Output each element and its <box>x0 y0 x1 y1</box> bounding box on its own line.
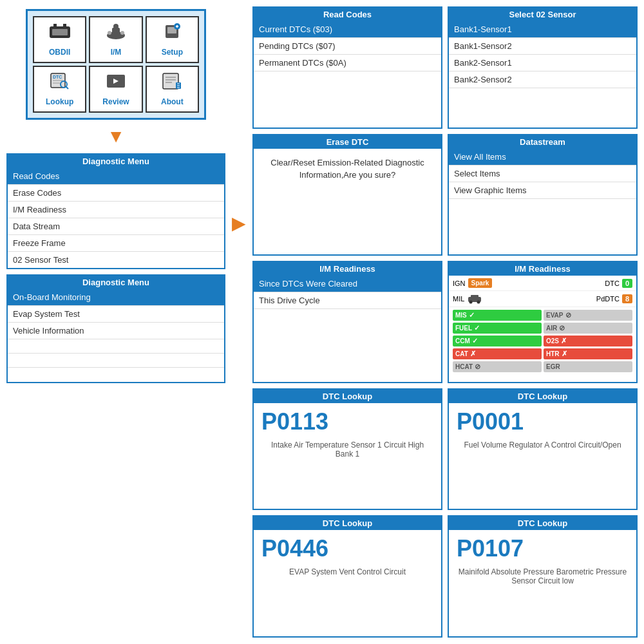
dtc-desc-4: Mainifold Absolute Pressure Barometric P… <box>449 565 636 592</box>
status-htr-label: HTR <box>546 350 560 357</box>
im-ign-cell: IGN Spark <box>453 278 492 288</box>
read-codes-item-pending[interactable]: Pending DTCs ($07) <box>254 38 441 55</box>
im-readiness-item-since[interactable]: Since DTCs Were Cleared <box>254 276 441 292</box>
im-readiness-item-cycle[interactable]: This Drive Cycle <box>254 292 441 309</box>
svg-point-6 <box>113 24 118 29</box>
datastream-item-graphic[interactable]: View Graphic Items <box>449 182 636 199</box>
o2-item-bank2s1[interactable]: Bank2-Sensor1 <box>449 55 636 71</box>
datastream-header: Datastream <box>449 135 636 149</box>
dtc-code-4: P0107 <box>449 530 636 565</box>
dtc-lookup-panel-2: DTC Lookup P0446 EVAP System Vent Contro… <box>252 515 442 638</box>
im-pdtc-cell: PdDTC 8 <box>596 294 632 303</box>
svg-rect-31 <box>471 295 478 298</box>
diag-item-data-stream[interactable]: Data Stream <box>8 218 224 235</box>
status-cat: CAT ✗ <box>453 348 542 359</box>
dtc-code-1: P0113 <box>254 403 441 438</box>
diag-item-im-readiness[interactable]: I/M Readiness <box>8 202 224 218</box>
menu-im[interactable]: I/M <box>89 16 142 63</box>
status-o2s-label: O2S <box>546 337 559 345</box>
setup-icon <box>160 23 184 45</box>
menu-about[interactable]: About <box>146 66 199 113</box>
datastream-panel: Datastream View All Items Select Items V… <box>448 134 638 256</box>
diag-item-vehicle-info[interactable]: Vehicle Information <box>8 323 224 339</box>
svg-point-7 <box>108 31 111 35</box>
im-info-row-1: IGN Spark DTC 0 <box>449 276 636 291</box>
dtc-desc-3: Fuel Volume Regulator A Control Circuit/… <box>449 438 636 456</box>
read-codes-item-current[interactable]: Current DTCs ($03) <box>254 21 441 38</box>
status-htr: HTR ✗ <box>544 348 632 359</box>
status-htr-icon: ✗ <box>562 350 567 358</box>
status-ccm-icon: ✓ <box>472 337 478 345</box>
status-cat-label: CAT <box>455 350 468 357</box>
status-mis-icon: ✓ <box>469 311 475 319</box>
status-egr: EGR <box>544 361 632 372</box>
svg-point-8 <box>120 31 124 35</box>
about-label: About <box>161 97 184 106</box>
pdtc-label: PdDTC <box>596 295 620 303</box>
status-o2s-icon: ✗ <box>561 337 567 345</box>
select-o2-header: Select 02 Sensor <box>449 8 636 21</box>
diag-item-evap[interactable]: Evap System Test <box>8 306 224 323</box>
dtc-lookup-4-header: DTC Lookup <box>449 516 636 530</box>
dtc-code-3: P0001 <box>449 403 636 438</box>
status-o2s: O2S ✗ <box>544 336 632 346</box>
o2-item-bank2s2[interactable]: Bank2-Sensor2 <box>449 71 636 88</box>
status-mis-label: MIS <box>455 312 467 319</box>
diag-item-read-codes[interactable]: Read Codes <box>8 168 224 185</box>
o2-item-bank1s2[interactable]: Bank1-Sensor2 <box>449 38 636 55</box>
diag-item-02-sensor[interactable]: 02 Sensor Test <box>8 252 224 268</box>
arrow-right-main: ▶ <box>232 213 246 234</box>
dtc-code-2: P0446 <box>254 530 441 565</box>
status-air: AIR ⊘ <box>544 323 632 334</box>
status-fuel: FUEL ✓ <box>453 323 542 334</box>
erase-dtc-text: Clear/Reset Emission-Related Diagnostic … <box>254 149 441 189</box>
obdii-icon <box>48 23 71 45</box>
erase-dtc-panel: Erase DTC Clear/Reset Emission-Related D… <box>252 134 442 256</box>
menu-review[interactable]: Review <box>89 66 142 113</box>
obdii-label: OBDII <box>49 48 70 57</box>
about-icon <box>160 72 184 95</box>
svg-rect-1 <box>52 29 68 35</box>
menu-setup[interactable]: Setup <box>146 16 199 63</box>
status-air-icon: ⊘ <box>559 324 565 332</box>
status-mis: MIS ✓ <box>453 310 542 321</box>
o2-item-bank1s1[interactable]: Bank1-Sensor1 <box>449 21 636 38</box>
diag-item-freeze-frame[interactable]: Freeze Frame <box>8 235 224 252</box>
diag-item-erase-codes[interactable]: Erase Codes <box>8 185 224 202</box>
svg-line-19 <box>66 87 68 90</box>
im-info-row-2: MIL PdDTC 8 <box>449 291 636 307</box>
diag-menu-2: Diagnostic Menu On-Board Monitoring Evap… <box>6 274 225 383</box>
im-readiness-header: I/M Readiness <box>254 262 441 276</box>
review-label: Review <box>102 97 129 106</box>
status-ccm-label: CCM <box>455 337 470 345</box>
lookup-label: Lookup <box>46 97 73 106</box>
read-codes-panel: Read Codes Current DTCs ($03) Pending DT… <box>252 6 442 129</box>
status-hcat-icon: ⊘ <box>475 363 480 371</box>
read-codes-item-permanent[interactable]: Permanent DTCs ($0A) <box>254 55 441 71</box>
status-fuel-icon: ✓ <box>474 324 480 332</box>
menu-obdii[interactable]: OBDII <box>33 16 86 63</box>
status-evap-label: EVAP <box>546 312 564 319</box>
status-evap-icon: ⊘ <box>565 311 571 319</box>
dtc-lookup-2-header: DTC Lookup <box>254 516 441 530</box>
ign-label: IGN <box>453 279 466 287</box>
status-evap: EVAP ⊘ <box>544 310 632 321</box>
diag-menu-2-header: Diagnostic Menu <box>8 276 224 289</box>
car-icon <box>467 294 482 304</box>
dtc-label-im: DTC <box>605 279 620 287</box>
im-label: I/M <box>111 48 122 57</box>
lookup-icon: DTC <box>48 72 71 95</box>
status-egr-label: EGR <box>546 363 560 370</box>
im-dtc-cell: DTC 0 <box>605 279 632 288</box>
diag-item-onboard[interactable]: On-Board Monitoring <box>8 289 224 306</box>
menu-lookup[interactable]: DTC Lookup <box>33 66 86 113</box>
svg-rect-3 <box>63 24 66 27</box>
dtc-desc-2: EVAP System Vent Control Circuit <box>254 565 441 583</box>
diag-item-empty-2 <box>8 354 224 368</box>
dtc-desc-1: Intake Air Temperature Sensor 1 Circuit … <box>254 438 441 465</box>
datastream-item-select[interactable]: Select Items <box>449 166 636 182</box>
dtc-lookup-panel-4: DTC Lookup P0107 Mainifold Absolute Pres… <box>448 515 638 638</box>
status-air-label: AIR <box>546 325 557 332</box>
datastream-item-all[interactable]: View All Items <box>449 149 636 166</box>
mil-label: MIL <box>453 295 464 303</box>
